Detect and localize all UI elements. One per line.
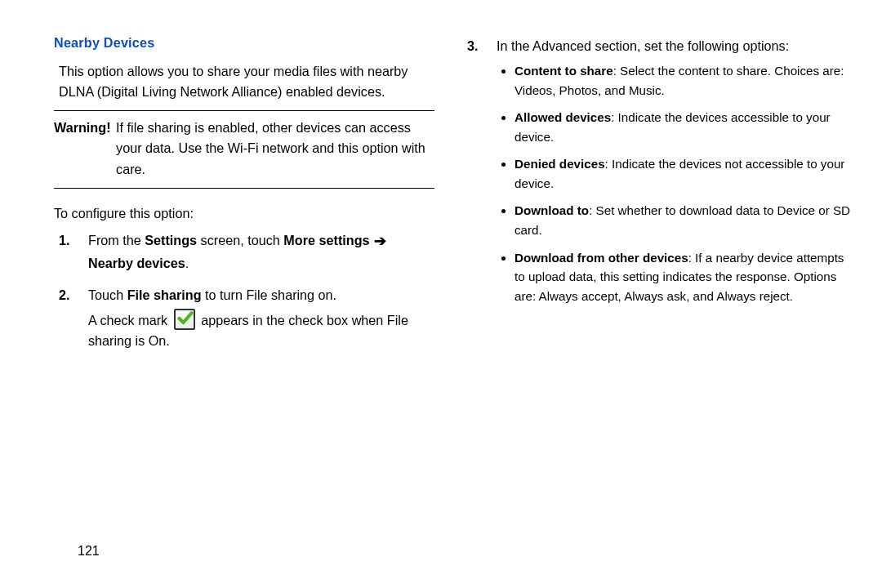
warning-label: Warning! <box>54 118 116 179</box>
step2-post: to turn File sharing on. <box>202 287 337 302</box>
bullet-allowed-devices: Allowed devices: Indicate the devices ac… <box>514 108 853 146</box>
steps-left: From the Settings screen, touch More set… <box>65 230 434 351</box>
rule-bottom <box>54 188 434 189</box>
bullet-denied-devices: Denied devices: Indicate the devices not… <box>514 154 853 193</box>
step1-mid: screen, touch <box>197 233 283 247</box>
heading-nearby-devices: Nearby Devices <box>54 33 434 53</box>
step3-intro: In the Advanced section, set the followi… <box>497 38 789 53</box>
intro-text: This option allows you to share your med… <box>59 61 434 102</box>
bullets: Content to share: Select the content to … <box>497 61 853 305</box>
checkmark-icon <box>174 309 195 330</box>
right-column: In the Advanced section, set the followi… <box>462 33 853 588</box>
step1-end: . <box>185 256 189 270</box>
step2b-pre: A check mark <box>88 313 172 327</box>
bullet-download-from: Download from other devices: If a nearby… <box>514 248 853 306</box>
step2-fs: File sharing <box>127 287 202 302</box>
warning-line1: If file sharing is enabled, other device… <box>116 120 411 135</box>
step1-settings: Settings <box>145 233 197 247</box>
step2-pre: Touch <box>88 287 127 302</box>
step1-nearby: Nearby devices <box>88 256 185 270</box>
arrow-icon: ➔ <box>370 233 386 249</box>
warning-body: If file sharing is enabled, other device… <box>116 118 434 179</box>
bullet-download-to: Download to: Set whether to download dat… <box>514 201 853 239</box>
step-2: Touch File sharing to turn File sharing … <box>83 285 434 351</box>
configure-text: To configure this option: <box>54 203 434 224</box>
warning-block: Warning! If file sharing is enabled, oth… <box>54 118 434 179</box>
page-number: 121 <box>78 544 100 559</box>
step-3: In the Advanced section, set the followi… <box>492 36 853 305</box>
step1-pre: From the <box>88 233 145 247</box>
left-column: Nearby Devices This option allows you to… <box>54 33 462 588</box>
bullet-content-to-share: Content to share: Select the content to … <box>514 61 853 100</box>
steps-right: In the Advanced section, set the followi… <box>474 36 853 305</box>
warning-rest: your data. Use the Wi-Fi network and thi… <box>116 140 425 176</box>
rule-top <box>54 110 434 111</box>
page: Nearby Devices This option allows you to… <box>0 0 882 588</box>
step1-more: More settings <box>283 233 369 247</box>
step-1: From the Settings screen, touch More set… <box>83 230 434 274</box>
